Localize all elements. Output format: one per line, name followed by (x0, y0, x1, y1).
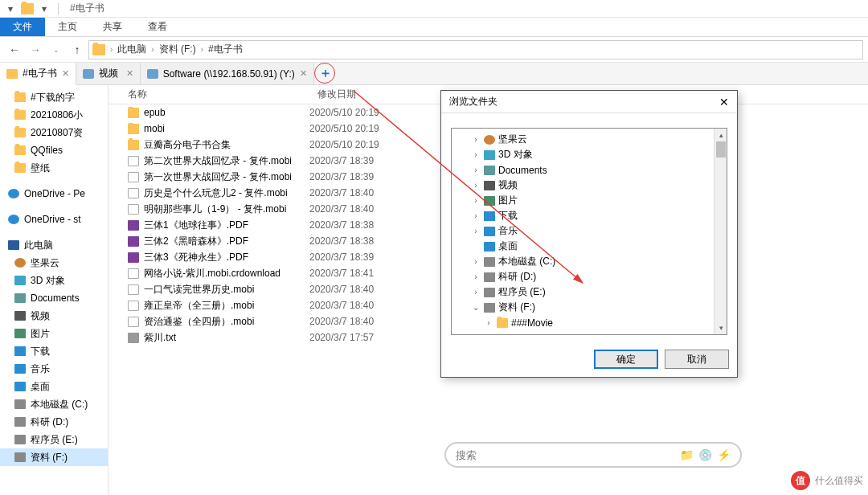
scroll-down-icon[interactable]: ▾ (714, 321, 727, 334)
disk-icon (14, 417, 26, 427)
scrollbar[interactable]: ▴ ▾ (714, 129, 727, 334)
tree-item[interactable]: ›视频 (452, 178, 727, 193)
file-date: 2020/3/7 18:39 (309, 252, 430, 263)
scroll-up-icon[interactable]: ▴ (714, 129, 727, 141)
close-tab-icon[interactable]: ✕ (126, 68, 133, 79)
desk-icon (14, 382, 26, 391)
disc-icon[interactable]: 💿 (698, 448, 712, 461)
tree-label: 程序员 (E:) (498, 285, 546, 299)
qat-caret2-icon[interactable]: ▾ (37, 2, 51, 16)
ok-button[interactable]: 确定 (594, 350, 658, 369)
address-bar[interactable]: › 此电脑 › 资料 (F:) › #电子书 (88, 40, 863, 59)
sidebar-item[interactable]: 此电脑 (0, 236, 108, 254)
expand-icon[interactable]: › (471, 196, 481, 205)
sidebar-item[interactable]: 视频 (0, 307, 108, 325)
file-name: 网络小说-紫川.mobi.crdownload (144, 267, 280, 280)
expand-icon[interactable]: › (471, 166, 481, 174)
close-tab-icon[interactable]: ✕ (300, 68, 307, 79)
sidebar-item[interactable]: 本地磁盘 (C:) (0, 395, 108, 413)
3d-icon (484, 150, 495, 160)
explorer-tab[interactable]: 视频✕ (76, 63, 141, 84)
qat-caret-icon[interactable]: ▾ (3, 2, 18, 16)
recent-dropdown[interactable]: ⌄ (47, 40, 66, 59)
breadcrumb[interactable]: #电子书 (205, 43, 246, 56)
folder-small-icon[interactable]: 📁 (680, 448, 694, 461)
up-button[interactable]: ↑ (68, 40, 87, 59)
new-tab-button[interactable]: ＋ (314, 63, 337, 84)
sidebar-item[interactable]: 科研 (D:) (0, 413, 108, 431)
sidebar-item[interactable]: #下载的字 (0, 88, 108, 106)
sidebar-item[interactable]: 图片 (0, 325, 108, 342)
tree-item[interactable]: ›程序员 (E:) (452, 284, 727, 300)
folder-tree[interactable]: ›坚果云›3D 对象›Documents›视频›图片›下载›音乐桌面›本地磁盘 … (451, 128, 727, 335)
sidebar-item[interactable]: QQfiles (0, 141, 108, 159)
file-icon (128, 124, 139, 134)
chevron-icon[interactable]: › (151, 45, 154, 54)
sidebar-item[interactable]: OneDrive - st (0, 211, 108, 228)
expand-icon[interactable]: ⌄ (471, 303, 481, 312)
sidebar-item[interactable]: 下载 (0, 342, 108, 360)
expand-icon[interactable]: › (471, 272, 481, 281)
file-name: 第一次世界大战回忆录 - 复件.mobi (144, 170, 292, 184)
expand-icon[interactable]: › (471, 227, 481, 235)
tree-label: 音乐 (498, 224, 518, 238)
expand-icon[interactable]: › (484, 318, 493, 327)
tree-item[interactable]: ›音乐 (452, 223, 727, 239)
explorer-tab[interactable]: Software (\\192.168.50.91) (Y:)✕ (141, 63, 314, 84)
sidebar-item[interactable]: 音乐 (0, 360, 108, 378)
sidebar-item[interactable]: Documents (0, 289, 108, 307)
breadcrumb[interactable]: 资料 (F:) (156, 43, 199, 56)
navigation-pane[interactable]: #下载的字20210806小20210807资QQfiles壁纸OneDrive… (0, 85, 108, 495)
cancel-button[interactable]: 取消 (665, 350, 729, 369)
tree-item[interactable]: ⌄资料 (F:) (452, 300, 727, 315)
sidebar-item[interactable]: 20210806小 (0, 106, 108, 124)
chevron-icon[interactable]: › (201, 45, 203, 54)
tab-view[interactable]: 查看 (135, 18, 180, 36)
tab-home[interactable]: 主页 (45, 18, 90, 36)
tree-item[interactable]: ›3D 对象 (452, 147, 727, 162)
sidebar-item[interactable]: 资料 (F:) (0, 448, 108, 466)
tree-item[interactable]: 桌面 (452, 239, 727, 254)
sidebar-item[interactable]: 坚果云 (0, 254, 108, 272)
expand-icon[interactable]: › (471, 135, 481, 144)
expand-icon[interactable]: › (471, 181, 481, 190)
tree-item[interactable]: ›图片 (452, 193, 727, 208)
expand-icon[interactable]: › (471, 257, 481, 266)
col-name[interactable]: 名称 (108, 88, 309, 101)
chevron-icon[interactable]: › (110, 45, 113, 54)
close-tab-icon[interactable]: ✕ (62, 68, 69, 79)
back-button[interactable]: ← (5, 40, 24, 59)
tab-file[interactable]: 文件 (0, 18, 45, 36)
expand-icon[interactable]: › (471, 288, 481, 297)
tree-item[interactable]: ›科研 (D:) (452, 269, 727, 284)
dialog-titlebar[interactable]: 浏览文件夹 ✕ (441, 91, 737, 113)
expand-icon[interactable]: › (471, 150, 481, 159)
close-button[interactable]: ✕ (719, 96, 729, 108)
tree-item[interactable]: ›Documents (452, 162, 727, 178)
sidebar-item[interactable]: 程序员 (E:) (0, 431, 108, 448)
sidebar-item[interactable]: 20210807资 (0, 124, 108, 141)
col-date[interactable]: 修改日期 (309, 88, 430, 101)
tab-label: #电子书 (23, 67, 57, 80)
sidebar-item[interactable]: 桌面 (0, 378, 108, 395)
sidebar-label: 3D 对象 (31, 274, 65, 288)
sidebar-item[interactable]: OneDrive - Pe (0, 185, 108, 202)
tree-item[interactable]: ›坚果云 (452, 132, 727, 147)
forward-button[interactable]: → (26, 40, 45, 59)
file-icon (128, 188, 139, 198)
explorer-tab[interactable]: #电子书✕ (0, 63, 76, 85)
scroll-thumb[interactable] (716, 141, 726, 158)
watermark-icon: 值 (791, 471, 810, 490)
tree-item[interactable]: ›下载 (452, 208, 727, 223)
lightning-icon[interactable]: ⚡ (717, 448, 731, 461)
tree-item[interactable]: ›###Movie (452, 315, 727, 330)
search-input[interactable] (456, 449, 675, 461)
sidebar-item[interactable]: 壁纸 (0, 159, 108, 177)
expand-icon[interactable]: › (471, 211, 481, 220)
breadcrumb[interactable]: 此电脑 (114, 43, 149, 56)
sidebar-item[interactable]: 3D 对象 (0, 272, 108, 289)
search-box[interactable]: 📁 💿 ⚡ (444, 442, 742, 468)
tab-share[interactable]: 共享 (90, 18, 135, 36)
tree-item[interactable]: ›本地磁盘 (C:) (452, 254, 727, 269)
disk-icon (484, 257, 495, 267)
